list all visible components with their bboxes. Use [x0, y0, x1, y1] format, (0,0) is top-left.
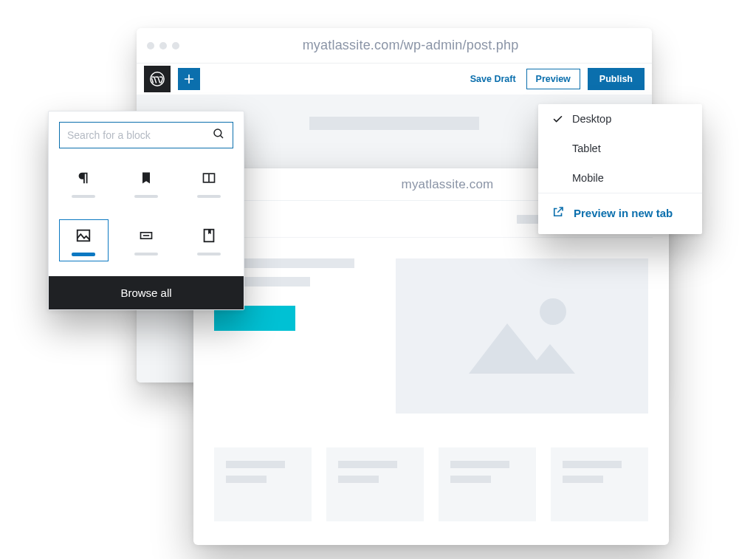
add-block-button[interactable]	[178, 68, 200, 90]
preview-new-tab-button[interactable]: Preview in new tab	[538, 193, 702, 234]
card-placeholder	[214, 447, 312, 521]
card-placeholder	[326, 447, 424, 521]
wordpress-logo-icon[interactable]	[144, 66, 171, 92]
preview-option[interactable]: Desktop	[538, 104, 702, 134]
editor-toolbar: Save Draft Preview Publish	[137, 64, 652, 95]
window-controls	[147, 42, 179, 49]
paragraph-icon	[74, 168, 93, 188]
preview-option-label: Desktop	[572, 113, 611, 125]
preview-option-label: Mobile	[572, 172, 604, 184]
card-placeholder	[439, 447, 536, 521]
block-label-placeholder	[72, 253, 95, 256]
check-icon	[551, 114, 563, 125]
block-inserter-panel: Browse all	[48, 111, 244, 310]
cards-row	[210, 440, 653, 521]
svg-point-2	[214, 129, 221, 137]
block-option[interactable]	[184, 162, 233, 203]
block-option[interactable]	[59, 219, 109, 261]
preview-option[interactable]: Tablet	[538, 134, 702, 163]
preview-button[interactable]: Preview	[526, 69, 580, 89]
image-icon	[456, 287, 588, 385]
block-label-placeholder	[72, 195, 95, 198]
image-icon	[74, 226, 93, 245]
search-icon	[212, 127, 225, 143]
save-draft-button[interactable]: Save Draft	[467, 69, 519, 89]
block-option[interactable]	[122, 162, 171, 203]
search-input[interactable]	[67, 129, 206, 141]
separator-icon	[137, 226, 156, 245]
hero-image-placeholder	[396, 258, 648, 414]
block-option[interactable]	[122, 219, 171, 261]
block-search-field[interactable]	[59, 122, 233, 148]
address-bar: myatlassite.com/wp-admin/post.php	[179, 38, 642, 53]
browser-chrome: myatlassite.com/wp-admin/post.php	[137, 28, 652, 64]
preview-new-tab-label: Preview in new tab	[574, 207, 673, 219]
block-option[interactable]	[59, 162, 109, 203]
block-label-placeholder	[197, 195, 221, 198]
browse-all-button[interactable]: Browse all	[49, 276, 244, 309]
block-label-placeholder	[134, 195, 158, 198]
block-option[interactable]	[184, 219, 233, 261]
hero-section	[210, 238, 653, 440]
book-icon	[199, 226, 219, 245]
card-placeholder	[551, 447, 648, 521]
columns-icon	[199, 168, 219, 188]
svg-point-1	[540, 298, 566, 325]
bookmark-icon	[137, 168, 156, 188]
external-link-icon	[551, 205, 565, 221]
preview-option-label: Tablet	[572, 143, 601, 154]
title-placeholder	[309, 117, 479, 130]
site-body	[193, 201, 669, 521]
block-label-placeholder	[134, 253, 158, 256]
publish-button[interactable]: Publish	[588, 68, 645, 90]
preview-option[interactable]: Mobile	[538, 163, 702, 193]
preview-menu: DesktopTabletMobile Preview in new tab	[538, 104, 702, 234]
block-label-placeholder	[197, 253, 221, 256]
